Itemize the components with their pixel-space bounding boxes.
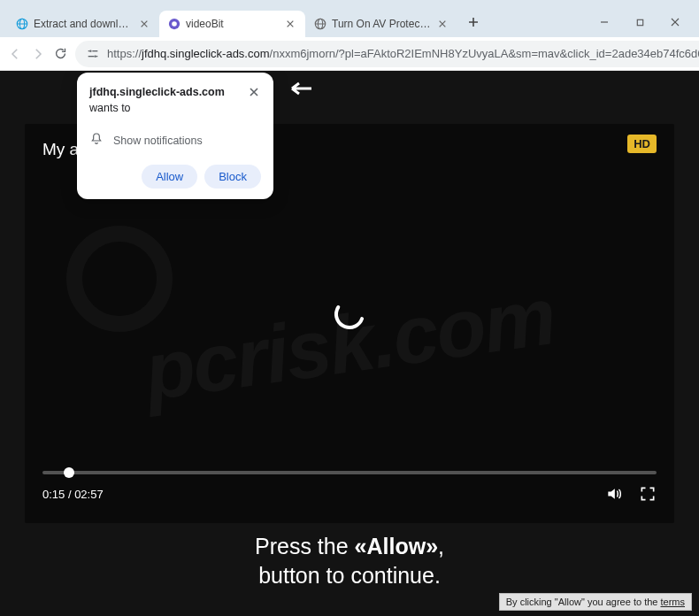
video-progress-bar[interactable] bbox=[42, 471, 657, 474]
tab-title: videoBit bbox=[186, 18, 279, 30]
maximize-button[interactable] bbox=[623, 10, 657, 35]
permission-title: jfdhq.singleclick-ads.com wants to bbox=[89, 85, 247, 116]
close-icon[interactable] bbox=[138, 18, 150, 30]
svg-point-13 bbox=[94, 55, 96, 57]
allow-button[interactable]: Allow bbox=[142, 165, 197, 189]
progress-knob[interactable] bbox=[64, 467, 74, 478]
tab-inactive-1[interactable]: Extract and download audio an bbox=[7, 11, 159, 37]
tab-active[interactable]: videoBit bbox=[159, 11, 305, 37]
browser-toolbar: https://jfdhq.singleclick-ads.com/nxxm6j… bbox=[0, 37, 699, 71]
player-controls: 0:15 / 02:57 bbox=[42, 485, 657, 503]
page-content: pcrisk.com My ad HD 0:15 / 02:57 Press t… bbox=[0, 71, 699, 616]
site-settings-icon[interactable] bbox=[86, 47, 100, 61]
globe-icon bbox=[314, 18, 326, 30]
svg-point-20 bbox=[333, 297, 366, 331]
svg-point-10 bbox=[89, 50, 91, 51]
minimize-button[interactable] bbox=[588, 10, 621, 35]
fullscreen-icon[interactable] bbox=[639, 485, 657, 503]
window-controls bbox=[588, 10, 692, 35]
new-tab-button[interactable] bbox=[461, 10, 486, 35]
terms-link[interactable]: terms bbox=[661, 597, 686, 607]
close-popup-button[interactable] bbox=[247, 85, 261, 99]
tab-strip: Extract and download audio an videoBit T… bbox=[0, 7, 699, 37]
loading-spinner-icon bbox=[332, 296, 367, 332]
time-display: 0:15 / 02:57 bbox=[42, 488, 104, 501]
svg-point-4 bbox=[172, 21, 177, 27]
videobit-favicon-icon bbox=[168, 18, 181, 30]
close-icon[interactable] bbox=[284, 18, 296, 30]
tab-title: Turn On AV Protection bbox=[332, 18, 431, 30]
watermark-graphic bbox=[66, 226, 173, 332]
cta-text: Press the «Allow», button to continue. bbox=[0, 532, 699, 592]
close-icon[interactable] bbox=[436, 18, 449, 30]
bell-icon bbox=[89, 132, 104, 149]
address-bar[interactable]: https://jfdhq.singleclick-ads.com/nxxm6j… bbox=[75, 41, 699, 67]
reload-button[interactable] bbox=[53, 41, 68, 67]
url-text: https://jfdhq.singleclick-ads.com/nxxm6j… bbox=[107, 47, 699, 60]
globe-icon bbox=[16, 18, 28, 30]
block-button[interactable]: Block bbox=[204, 165, 261, 189]
close-window-button[interactable] bbox=[658, 10, 692, 35]
svg-rect-9 bbox=[637, 19, 642, 25]
notification-permission-popup: jfdhq.singleclick-ads.com wants to Show … bbox=[77, 73, 273, 199]
forward-button[interactable] bbox=[30, 41, 46, 67]
tab-inactive-2[interactable]: Turn On AV Protection bbox=[305, 11, 457, 37]
window-titlebar bbox=[0, 0, 699, 7]
volume-icon[interactable] bbox=[605, 485, 623, 503]
tab-title: Extract and download audio an bbox=[34, 18, 133, 30]
hd-badge: HD bbox=[627, 135, 657, 153]
permission-capability: Show notifications bbox=[89, 132, 261, 149]
back-button[interactable] bbox=[7, 41, 23, 67]
terms-notice: By clicking "Allow" you agree to the ter… bbox=[499, 593, 692, 611]
arrow-annotation-icon bbox=[287, 80, 313, 101]
